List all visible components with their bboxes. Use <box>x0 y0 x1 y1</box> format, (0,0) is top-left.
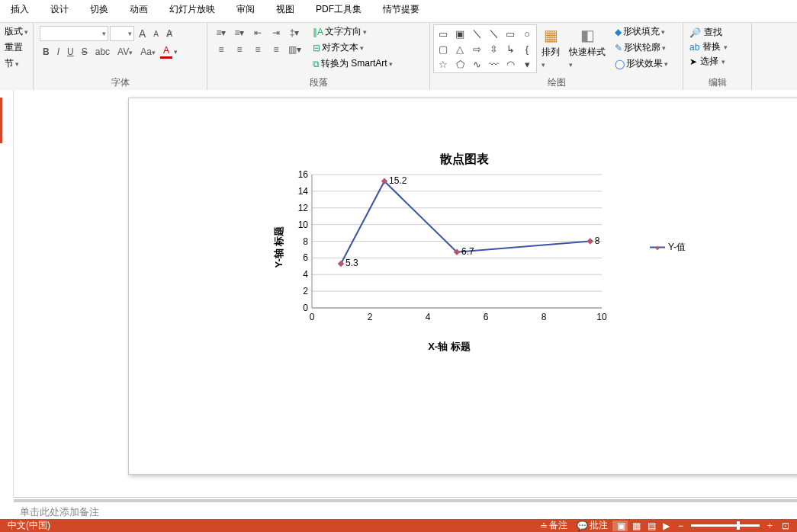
align-right-button[interactable]: ≡ <box>250 43 265 56</box>
shape-rect-icon[interactable]: ▭ <box>503 27 518 40</box>
italic-button[interactable]: I <box>54 46 63 58</box>
tab-design[interactable]: 设计 <box>40 2 79 18</box>
shape-arc-icon[interactable]: ◠ <box>503 57 518 71</box>
shape-connector-icon[interactable]: ↳ <box>503 42 518 56</box>
reset-button[interactable]: 重置 <box>3 40 30 55</box>
clear-format-button[interactable]: A̷ <box>163 27 175 40</box>
data-label: 6.7 <box>461 246 474 257</box>
shape-star-icon[interactable]: ☆ <box>435 57 451 71</box>
svg-text:0: 0 <box>303 303 308 313</box>
justify-button[interactable]: ≡ <box>268 43 284 56</box>
legend-marker-icon <box>650 246 665 248</box>
shape-picture-icon[interactable]: ▣ <box>452 27 468 40</box>
slide-thumbnail-panel[interactable] <box>0 90 14 498</box>
shape-curve-icon[interactable]: ∿ <box>469 57 484 71</box>
shape-line2-icon[interactable]: ＼ <box>486 27 501 40</box>
svg-text:6: 6 <box>484 312 489 322</box>
increase-indent-button[interactable]: ⇥ <box>268 26 284 40</box>
shape-line-icon[interactable]: ＼ <box>469 27 484 40</box>
font-size-combo[interactable]: ▾ <box>110 26 134 41</box>
shape-effects-button[interactable]: ◯ 形状效果▾ <box>613 56 670 71</box>
zoom-slider[interactable] <box>691 524 760 527</box>
quick-styles-button[interactable]: ◧ 快速样式▾ <box>564 24 610 71</box>
line-spacing-button[interactable]: ‡▾ <box>287 26 302 40</box>
shape-rrect-icon[interactable]: ▢ <box>435 42 451 56</box>
sorter-view-button[interactable]: ▦ <box>628 521 643 531</box>
shape-brace-icon[interactable]: { <box>519 42 535 56</box>
section-button[interactable]: 节▾ <box>3 56 30 71</box>
shape-textbox-icon[interactable]: ▭ <box>435 27 451 40</box>
data-label: 5.3 <box>345 258 358 268</box>
align-text-button[interactable]: ⊟ 对齐文本▾ <box>311 40 394 55</box>
tab-storyboard[interactable]: 情节提要 <box>372 2 430 18</box>
font-color-button[interactable]: A <box>160 44 172 59</box>
shape-arrow-r-icon[interactable]: ⇨ <box>469 42 484 56</box>
svg-text:0: 0 <box>310 312 315 322</box>
zoom-in-button[interactable]: + <box>763 521 777 531</box>
shape-arrow-ud-icon[interactable]: ⇳ <box>486 42 501 56</box>
char-spacing-button[interactable]: AV▾ <box>114 46 136 58</box>
svg-text:8: 8 <box>303 236 308 247</box>
tab-transition[interactable]: 切换 <box>79 2 119 18</box>
shape-freeform-icon[interactable]: 〰 <box>486 57 501 71</box>
shapes-gallery[interactable]: ▭ ▣ ＼ ＼ ▭ ○ ▢ △ ⇨ ⇳ ↳ { ☆ ⬠ ∿ 〰 ◠ ▾ <box>433 24 537 73</box>
bold-button[interactable]: B <box>40 46 53 58</box>
strikethrough-button[interactable]: S <box>79 46 91 58</box>
decrease-font-button[interactable]: A <box>150 29 162 39</box>
svg-text:6: 6 <box>303 252 308 263</box>
text-shadow-button[interactable]: abc <box>92 46 113 58</box>
chart[interactable]: 散点图表 Y-轴 标题 02468101214160246810 Y-值 5.3… <box>251 152 678 380</box>
align-center-button[interactable]: ≡ <box>232 43 247 56</box>
shape-outline-button[interactable]: ✎ 形状轮廓▾ <box>613 40 670 55</box>
font-family-combo[interactable]: ▾ <box>40 26 108 41</box>
shape-oval-icon[interactable]: ○ <box>519 27 535 40</box>
replace-button[interactable]: ab替换▾ <box>689 40 728 53</box>
find-button[interactable]: 🔎查找 <box>689 26 728 39</box>
menu-tabs: 插入 设计 切换 动画 幻灯片放映 审阅 视图 PDF工具集 情节提要 <box>0 0 797 23</box>
tab-slideshow[interactable]: 幻灯片放映 <box>159 2 226 18</box>
language-status[interactable]: 中文(中国) <box>3 519 55 532</box>
tab-insert[interactable]: 插入 <box>0 2 40 18</box>
convert-smartart-button[interactable]: ⧉ 转换为 SmartArt▾ <box>311 56 394 71</box>
svg-text:4: 4 <box>303 269 308 280</box>
tab-view[interactable]: 视图 <box>265 2 305 18</box>
fit-window-button[interactable]: ⊡ <box>777 521 794 531</box>
shape-triangle-icon[interactable]: △ <box>452 42 468 56</box>
slide-canvas[interactable]: 散点图表 Y-轴 标题 02468101214160246810 Y-值 5.3… <box>128 98 797 475</box>
tab-review[interactable]: 审阅 <box>226 2 265 18</box>
arrange-button[interactable]: ▦ 排列▾ <box>537 24 564 71</box>
slideshow-view-button[interactable]: ▶ <box>658 521 673 531</box>
quick-styles-icon: ◧ <box>580 26 595 44</box>
change-case-button[interactable]: Aa▾ <box>137 46 159 58</box>
decrease-indent-button[interactable]: ⇤ <box>250 26 265 40</box>
shape-polygon-icon[interactable]: ⬠ <box>452 57 468 71</box>
svg-text:10: 10 <box>596 312 607 322</box>
numbering-button[interactable]: ≡▾ <box>232 26 247 40</box>
align-left-button[interactable]: ≡ <box>214 43 229 56</box>
columns-button[interactable]: ▥▾ <box>287 43 302 56</box>
notes-toggle[interactable]: ≐备注 <box>535 519 572 532</box>
notes-pane[interactable]: 单击此处添加备注 <box>14 499 797 521</box>
bucket-icon: ◆ <box>615 27 622 37</box>
shape-fill-button[interactable]: ◆ 形状填充▾ <box>613 24 670 39</box>
status-bar: 中文(中国) ≐备注 💬批注 ▣ ▦ ▤ ▶ − + ⊡ <box>0 519 797 532</box>
increase-font-button[interactable]: A <box>136 27 149 40</box>
slide-editor[interactable]: 散点图表 Y-轴 标题 02468101214160246810 Y-值 5.3… <box>14 90 797 498</box>
comments-toggle[interactable]: 💬批注 <box>572 519 612 532</box>
shape-more-icon[interactable]: ▾ <box>519 57 535 71</box>
select-button[interactable]: ➤选择▾ <box>689 55 728 68</box>
text-direction-button[interactable]: ‖A 文字方向▾ <box>311 24 394 39</box>
legend-label: Y-值 <box>668 241 686 254</box>
underline-button[interactable]: U <box>64 46 77 58</box>
bullets-button[interactable]: ≡▾ <box>214 26 229 40</box>
notes-icon: ≐ <box>540 521 548 531</box>
svg-text:4: 4 <box>426 312 431 322</box>
layout-button[interactable]: 版式▾ <box>3 24 30 39</box>
tab-pdf[interactable]: PDF工具集 <box>305 2 372 18</box>
tab-animation[interactable]: 动画 <box>119 2 159 18</box>
reading-view-button[interactable]: ▤ <box>643 521 658 531</box>
active-slide-indicator <box>0 98 2 143</box>
normal-view-button[interactable]: ▣ <box>612 521 628 531</box>
replace-icon: ab <box>689 42 699 53</box>
zoom-out-button[interactable]: − <box>673 521 688 531</box>
